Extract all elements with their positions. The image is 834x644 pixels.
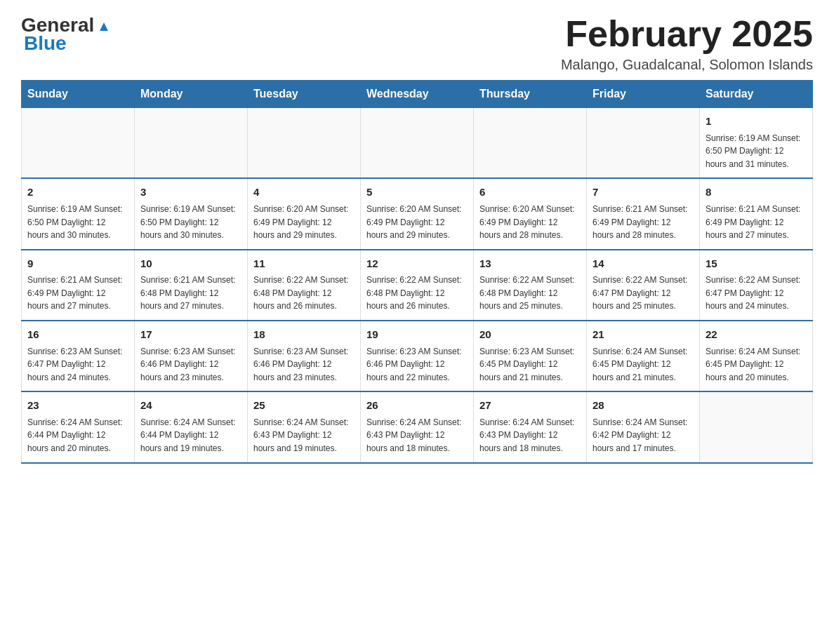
logo: General Blue <box>21 14 111 55</box>
calendar-week-row: 16Sunrise: 6:23 AM Sunset: 6:47 PM Dayli… <box>22 321 813 391</box>
day-number: 23 <box>27 398 128 414</box>
day-info: Sunrise: 6:23 AM Sunset: 6:46 PM Dayligh… <box>366 345 468 384</box>
day-number: 15 <box>706 256 807 272</box>
calendar-cell: 12Sunrise: 6:22 AM Sunset: 6:48 PM Dayli… <box>361 250 474 321</box>
calendar-cell: 24Sunrise: 6:24 AM Sunset: 6:44 PM Dayli… <box>135 391 248 462</box>
calendar-week-row: 9Sunrise: 6:21 AM Sunset: 6:49 PM Daylig… <box>22 250 813 321</box>
day-info: Sunrise: 6:22 AM Sunset: 6:47 PM Dayligh… <box>593 274 694 313</box>
calendar-cell <box>22 108 135 179</box>
day-info: Sunrise: 6:24 AM Sunset: 6:45 PM Dayligh… <box>706 345 807 384</box>
day-info: Sunrise: 6:23 AM Sunset: 6:46 PM Dayligh… <box>253 345 355 384</box>
day-info: Sunrise: 6:20 AM Sunset: 6:49 PM Dayligh… <box>479 203 581 242</box>
weekday-header-sunday: Sunday <box>22 81 135 108</box>
day-info: Sunrise: 6:22 AM Sunset: 6:48 PM Dayligh… <box>253 274 355 313</box>
calendar-table: SundayMondayTuesdayWednesdayThursdayFrid… <box>21 80 813 463</box>
day-info: Sunrise: 6:21 AM Sunset: 6:48 PM Dayligh… <box>140 274 241 313</box>
calendar-cell: 19Sunrise: 6:23 AM Sunset: 6:46 PM Dayli… <box>361 321 474 391</box>
day-number: 21 <box>593 327 694 343</box>
calendar-cell: 22Sunrise: 6:24 AM Sunset: 6:45 PM Dayli… <box>700 321 813 391</box>
day-number: 4 <box>253 185 355 201</box>
day-number: 24 <box>140 398 241 414</box>
page-header: General Blue February 2025 Malango, Guad… <box>21 14 813 73</box>
calendar-cell: 17Sunrise: 6:23 AM Sunset: 6:46 PM Dayli… <box>135 321 248 391</box>
calendar-cell: 11Sunrise: 6:22 AM Sunset: 6:48 PM Dayli… <box>248 250 361 321</box>
day-info: Sunrise: 6:20 AM Sunset: 6:49 PM Dayligh… <box>253 203 355 242</box>
calendar-cell: 4Sunrise: 6:20 AM Sunset: 6:49 PM Daylig… <box>248 178 361 249</box>
calendar-cell: 16Sunrise: 6:23 AM Sunset: 6:47 PM Dayli… <box>22 321 135 391</box>
day-number: 13 <box>479 256 581 272</box>
calendar-cell: 2Sunrise: 6:19 AM Sunset: 6:50 PM Daylig… <box>22 178 135 249</box>
calendar-cell <box>700 391 813 462</box>
day-number: 11 <box>253 256 355 272</box>
calendar-week-row: 23Sunrise: 6:24 AM Sunset: 6:44 PM Dayli… <box>22 391 813 462</box>
calendar-body: 1Sunrise: 6:19 AM Sunset: 6:50 PM Daylig… <box>22 108 813 463</box>
logo-blue-text: Blue <box>24 32 67 55</box>
day-number: 10 <box>140 256 241 272</box>
day-info: Sunrise: 6:21 AM Sunset: 6:49 PM Dayligh… <box>593 203 694 242</box>
calendar-cell <box>248 108 361 179</box>
day-info: Sunrise: 6:23 AM Sunset: 6:45 PM Dayligh… <box>479 345 581 384</box>
calendar-cell: 21Sunrise: 6:24 AM Sunset: 6:45 PM Dayli… <box>587 321 700 391</box>
day-number: 28 <box>593 398 694 414</box>
weekday-header-row: SundayMondayTuesdayWednesdayThursdayFrid… <box>22 81 813 108</box>
day-number: 12 <box>366 256 468 272</box>
calendar-week-row: 1Sunrise: 6:19 AM Sunset: 6:50 PM Daylig… <box>22 108 813 179</box>
calendar-cell: 8Sunrise: 6:21 AM Sunset: 6:49 PM Daylig… <box>700 178 813 249</box>
calendar-cell: 25Sunrise: 6:24 AM Sunset: 6:43 PM Dayli… <box>248 391 361 462</box>
calendar-cell: 7Sunrise: 6:21 AM Sunset: 6:49 PM Daylig… <box>587 178 700 249</box>
calendar-cell: 5Sunrise: 6:20 AM Sunset: 6:49 PM Daylig… <box>361 178 474 249</box>
calendar-cell: 1Sunrise: 6:19 AM Sunset: 6:50 PM Daylig… <box>700 108 813 179</box>
weekday-header-wednesday: Wednesday <box>361 81 474 108</box>
calendar-cell <box>361 108 474 179</box>
calendar-cell: 26Sunrise: 6:24 AM Sunset: 6:43 PM Dayli… <box>361 391 474 462</box>
weekday-header-thursday: Thursday <box>474 81 587 108</box>
day-info: Sunrise: 6:19 AM Sunset: 6:50 PM Dayligh… <box>706 132 807 171</box>
day-info: Sunrise: 6:21 AM Sunset: 6:49 PM Dayligh… <box>706 203 807 242</box>
page-subtitle: Malango, Guadalcanal, Solomon Islands <box>561 57 813 73</box>
page-title: February 2025 <box>561 14 813 54</box>
weekday-header-monday: Monday <box>135 81 248 108</box>
day-number: 27 <box>479 398 581 414</box>
day-info: Sunrise: 6:23 AM Sunset: 6:46 PM Dayligh… <box>140 345 241 384</box>
day-number: 22 <box>706 327 807 343</box>
calendar-cell: 18Sunrise: 6:23 AM Sunset: 6:46 PM Dayli… <box>248 321 361 391</box>
day-number: 19 <box>366 327 468 343</box>
day-info: Sunrise: 6:22 AM Sunset: 6:48 PM Dayligh… <box>366 274 468 313</box>
calendar-cell: 27Sunrise: 6:24 AM Sunset: 6:43 PM Dayli… <box>474 391 587 462</box>
day-number: 5 <box>366 185 468 201</box>
day-info: Sunrise: 6:24 AM Sunset: 6:44 PM Dayligh… <box>140 416 241 455</box>
weekday-header-friday: Friday <box>587 81 700 108</box>
day-info: Sunrise: 6:24 AM Sunset: 6:45 PM Dayligh… <box>593 345 694 384</box>
day-info: Sunrise: 6:24 AM Sunset: 6:43 PM Dayligh… <box>366 416 468 455</box>
day-info: Sunrise: 6:23 AM Sunset: 6:47 PM Dayligh… <box>27 345 128 384</box>
calendar-cell: 13Sunrise: 6:22 AM Sunset: 6:48 PM Dayli… <box>474 250 587 321</box>
day-info: Sunrise: 6:24 AM Sunset: 6:43 PM Dayligh… <box>479 416 581 455</box>
day-number: 2 <box>27 185 128 201</box>
day-info: Sunrise: 6:19 AM Sunset: 6:50 PM Dayligh… <box>27 203 128 242</box>
day-number: 26 <box>366 398 468 414</box>
logo-triangle-icon <box>95 18 111 34</box>
calendar-cell: 28Sunrise: 6:24 AM Sunset: 6:42 PM Dayli… <box>587 391 700 462</box>
calendar-cell: 20Sunrise: 6:23 AM Sunset: 6:45 PM Dayli… <box>474 321 587 391</box>
calendar-cell: 23Sunrise: 6:24 AM Sunset: 6:44 PM Dayli… <box>22 391 135 462</box>
day-number: 20 <box>479 327 581 343</box>
weekday-header-tuesday: Tuesday <box>248 81 361 108</box>
day-number: 25 <box>253 398 355 414</box>
day-info: Sunrise: 6:20 AM Sunset: 6:49 PM Dayligh… <box>366 203 468 242</box>
weekday-header-saturday: Saturday <box>700 81 813 108</box>
day-info: Sunrise: 6:24 AM Sunset: 6:44 PM Dayligh… <box>27 416 128 455</box>
calendar-cell: 14Sunrise: 6:22 AM Sunset: 6:47 PM Dayli… <box>587 250 700 321</box>
day-number: 1 <box>706 114 807 130</box>
day-info: Sunrise: 6:22 AM Sunset: 6:48 PM Dayligh… <box>479 274 581 313</box>
day-number: 9 <box>27 256 128 272</box>
title-block: February 2025 Malango, Guadalcanal, Solo… <box>561 14 813 73</box>
day-info: Sunrise: 6:24 AM Sunset: 6:42 PM Dayligh… <box>593 416 694 455</box>
calendar-cell: 3Sunrise: 6:19 AM Sunset: 6:50 PM Daylig… <box>135 178 248 249</box>
day-number: 14 <box>593 256 694 272</box>
day-number: 17 <box>140 327 241 343</box>
day-info: Sunrise: 6:19 AM Sunset: 6:50 PM Dayligh… <box>140 203 241 242</box>
calendar-cell: 6Sunrise: 6:20 AM Sunset: 6:49 PM Daylig… <box>474 178 587 249</box>
day-info: Sunrise: 6:22 AM Sunset: 6:47 PM Dayligh… <box>706 274 807 313</box>
calendar-cell <box>587 108 700 179</box>
day-number: 16 <box>27 327 128 343</box>
